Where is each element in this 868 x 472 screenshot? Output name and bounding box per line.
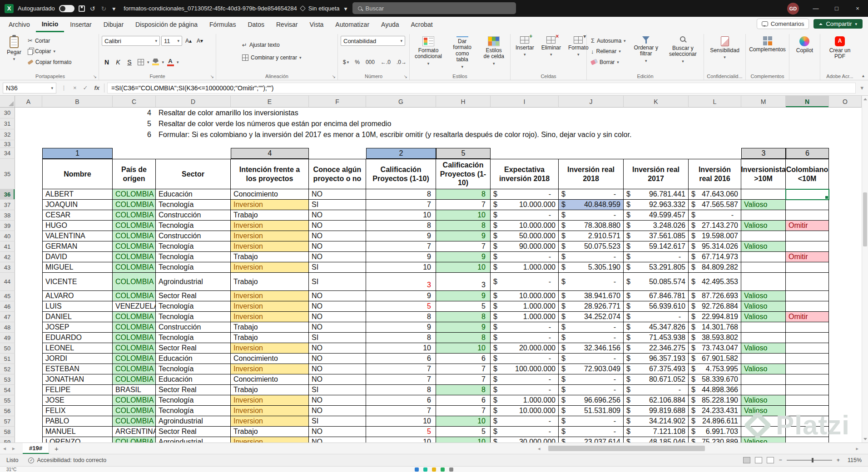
cell-G52[interactable]: 7: [366, 364, 436, 374]
cell-J50[interactable]: $32.346.156: [559, 343, 624, 354]
zoom-level[interactable]: 115%: [844, 457, 862, 463]
cell-C57[interactable]: COLOMBIA: [113, 416, 156, 427]
cell-C41[interactable]: COLOMBIA: [113, 241, 156, 252]
formula-input[interactable]: =SI(C36="COLOMBIA";SI(K36<=10000000;"Omi…: [107, 83, 856, 93]
cell-J56[interactable]: $51.531.809: [559, 406, 624, 416]
row-header-54[interactable]: 54: [0, 385, 15, 395]
cell-L36[interactable]: $47.643.060: [689, 189, 741, 200]
column-header-L[interactable]: L: [689, 96, 741, 108]
align-middle-button[interactable]: [223, 36, 226, 39]
cell-D48[interactable]: Construcción: [156, 322, 231, 333]
cell-I35[interactable]: Expectativa inversión 2018: [491, 159, 559, 189]
cell-D44[interactable]: Agroindustrial: [156, 273, 231, 291]
cell-E47[interactable]: Inversion: [231, 312, 309, 322]
save-icon[interactable]: [79, 5, 85, 12]
find-select-button[interactable]: Buscar y seleccionar ▾: [665, 35, 701, 68]
cell-N36[interactable]: [786, 189, 829, 200]
cell-N42[interactable]: Omitir: [786, 252, 829, 262]
cell-E41[interactable]: Inversion: [231, 241, 309, 252]
cell-J34[interactable]: [559, 148, 624, 159]
sort-filter-button[interactable]: Ordenar y filtrar ▾: [630, 35, 662, 68]
cell-E35[interactable]: Intención frente a los proyectos: [231, 159, 309, 189]
accessibility-status[interactable]: Accesibilidad: todo correcto: [37, 457, 106, 463]
cell-I58[interactable]: $-: [491, 427, 559, 437]
cell-M47[interactable]: Valioso: [741, 312, 786, 322]
cell-M49[interactable]: [741, 333, 786, 343]
cell-A41[interactable]: [15, 241, 42, 252]
cell-D55[interactable]: Tecnología: [156, 395, 231, 406]
cell-M43[interactable]: [741, 262, 786, 273]
cell-A31[interactable]: [15, 118, 113, 129]
cell-B56[interactable]: FELIX: [42, 406, 113, 416]
format-painter-button[interactable]: Copiar formato: [26, 57, 73, 67]
cell-B57[interactable]: PABLO: [42, 416, 113, 427]
cell-A59[interactable]: [15, 437, 42, 442]
cell-H41[interactable]: 7: [436, 241, 491, 252]
cell-I48[interactable]: $-: [491, 322, 559, 333]
search-box[interactable]: Buscar: [352, 2, 516, 14]
cell-I34[interactable]: [491, 148, 559, 159]
comma-format-button[interactable]: 000: [363, 58, 377, 67]
cell-H53[interactable]: 7: [436, 374, 491, 385]
cell-E37[interactable]: Inversion: [231, 200, 309, 210]
cell-O45[interactable]: [829, 291, 862, 301]
cell-O37[interactable]: [829, 200, 862, 210]
cell-F36[interactable]: NO: [309, 189, 366, 200]
taskbar-app-icon[interactable]: [449, 467, 453, 472]
zoom-in-button[interactable]: +: [837, 457, 840, 463]
expand-formula-bar-button[interactable]: ▾: [858, 84, 865, 91]
cell-J40[interactable]: $2.910.571: [559, 231, 624, 241]
cell-A54[interactable]: [15, 385, 42, 395]
cell-E39[interactable]: Inversion: [231, 221, 309, 231]
column-header-F[interactable]: F: [309, 96, 366, 108]
cell-C53[interactable]: COLOMBIA: [113, 374, 156, 385]
cell-K50[interactable]: $22.346.275: [624, 343, 689, 354]
row-header-53[interactable]: 53: [0, 374, 15, 385]
cell-C40[interactable]: COLOMBIA: [113, 231, 156, 241]
cell-J35[interactable]: Inversión real 2018: [559, 159, 624, 189]
cell-K38[interactable]: $49.599.457: [624, 210, 689, 221]
merge-center-button[interactable]: Combinar y centrar ▾: [241, 53, 303, 63]
cell-G35[interactable]: Calificación Proyectos (1-10): [366, 159, 436, 189]
ribbon-tab-datos[interactable]: Datos: [242, 17, 270, 32]
copy-button[interactable]: Copiar ▾: [26, 47, 73, 56]
cell-C59[interactable]: COLOMBIA: [113, 437, 156, 442]
cell-A39[interactable]: [15, 221, 42, 231]
increase-font-button[interactable]: A▴: [184, 36, 193, 46]
align-top-button[interactable]: [219, 36, 222, 39]
copilot-button[interactable]: Copilot: [794, 35, 815, 68]
cell-K58[interactable]: $7.121.108: [624, 427, 689, 437]
cell-D41[interactable]: Tecnología: [156, 241, 231, 252]
row-header-36[interactable]: 36: [0, 189, 15, 200]
cell-G41[interactable]: 7: [366, 241, 436, 252]
cell-B54[interactable]: FELIPE: [42, 385, 113, 395]
cell-B44[interactable]: VICENTE: [42, 273, 113, 291]
sheet-tab-active[interactable]: #19#: [23, 443, 49, 454]
cell-I37[interactable]: $10.000.000: [491, 200, 559, 210]
cell-F46[interactable]: NO: [309, 301, 366, 312]
cell-D31[interactable]: Resaltar de color verde los números que …: [156, 118, 862, 129]
cell-M53[interactable]: [741, 374, 786, 385]
cell-O57[interactable]: [829, 416, 862, 427]
alignment-dialog-launcher[interactable]: ↘: [332, 74, 336, 79]
cell-F57[interactable]: SI: [309, 416, 366, 427]
vertical-scrollbar[interactable]: [862, 96, 868, 442]
cell-K56[interactable]: $99.819.688: [624, 406, 689, 416]
column-header-E[interactable]: E: [231, 96, 309, 108]
cell-I51[interactable]: $-: [491, 354, 559, 364]
cell-I40[interactable]: $50.000.000: [491, 231, 559, 241]
cell-B48[interactable]: JOSEP: [42, 322, 113, 333]
conditional-formatting-button[interactable]: Formato condicional ▾: [412, 35, 444, 68]
cell-I36[interactable]: $-: [491, 189, 559, 200]
cell-H57[interactable]: 10: [436, 416, 491, 427]
cell-E49[interactable]: Trabajo: [231, 333, 309, 343]
number-format-combo[interactable]: Contabilidad ▾: [341, 36, 405, 46]
cell-D52[interactable]: Tecnología: [156, 364, 231, 374]
cell-F34[interactable]: [309, 148, 366, 159]
cell-G51[interactable]: 6: [366, 354, 436, 364]
fill-color-button[interactable]: [151, 57, 161, 67]
column-header-G[interactable]: G: [366, 96, 436, 108]
column-header-A[interactable]: A: [15, 96, 42, 108]
cell-I44[interactable]: $-: [491, 273, 559, 291]
row-header-47[interactable]: 47: [0, 312, 15, 322]
